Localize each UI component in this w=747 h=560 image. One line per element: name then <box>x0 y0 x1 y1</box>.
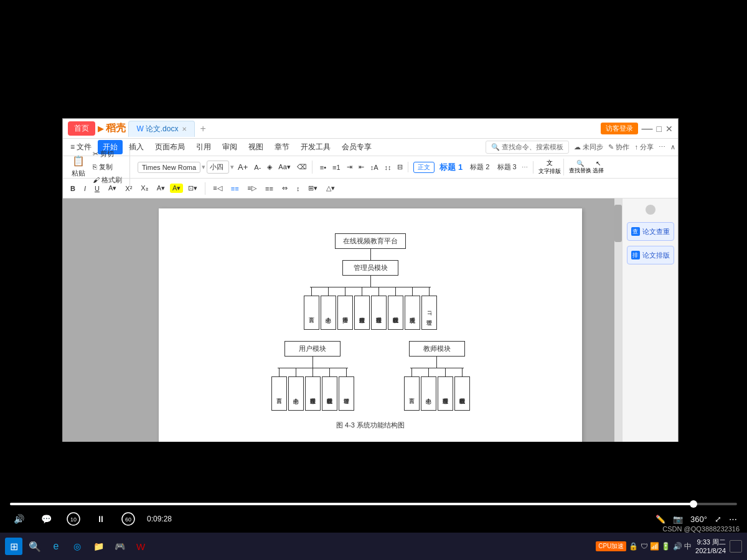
taskbar-search-btn[interactable]: 🔍 <box>26 538 44 555</box>
style-normal[interactable]: 正文 <box>413 162 435 173</box>
style-h2-btn[interactable]: 标题 2 <box>467 162 492 172</box>
indent-btn[interactable]: ⇥ <box>344 162 355 172</box>
progress-track[interactable] <box>10 503 737 505</box>
align-left-btn[interactable]: ≡◁ <box>209 183 225 194</box>
vr-btn[interactable]: 360° <box>690 515 707 524</box>
diagram-caption: 图 4-3 系统功能结构图 <box>336 421 405 430</box>
menu-devtools[interactable]: 开发工具 <box>296 140 336 154</box>
outdent-btn[interactable]: ⇤ <box>356 162 367 172</box>
right-panel: 查 论文查重 排 论文排版 <box>622 198 678 442</box>
text-format-btn[interactable]: 文 文字排版 <box>538 159 561 175</box>
right-panel-icon-cloud <box>646 205 655 215</box>
find-section: 🔍 查找替换 ↖ 选择 <box>566 160 606 175</box>
text-box-btn[interactable]: ⊡▾ <box>184 183 201 194</box>
show-desktop-btn[interactable] <box>730 540 742 553</box>
font-tools-btn[interactable]: ◈ <box>265 162 275 172</box>
volume-btn[interactable]: 🔊 <box>10 510 27 528</box>
windows-start-btn[interactable]: ⊞ <box>5 538 22 555</box>
draw-btn[interactable]: ✏️ <box>655 515 665 524</box>
size-selector[interactable]: 小四 <box>207 161 229 174</box>
style-h1-btn[interactable]: 标题 1 <box>437 161 465 174</box>
search-command-btn[interactable]: 🔍 查找命令、搜索模板 <box>486 141 569 154</box>
scrollbar-thumb[interactable] <box>614 205 622 242</box>
screen-capture-btn[interactable]: 📷 <box>673 515 683 524</box>
vertical-scrollbar[interactable] <box>614 198 622 442</box>
size-dropdown-icon[interactable]: ▾ <box>230 163 234 171</box>
cut-btn[interactable]: ✂ 剪切 <box>90 148 125 160</box>
collapse-btn[interactable]: ∧ <box>670 143 675 151</box>
clear-format-btn[interactable]: ⌫ <box>294 162 309 172</box>
highlight-btn[interactable]: A▾ <box>170 184 183 193</box>
paper-format-btn[interactable]: 排 论文排版 <box>627 246 674 264</box>
forward-btn[interactable]: 60 <box>120 510 137 528</box>
tab-daoketang[interactable]: ▶ 稻壳 <box>98 122 126 135</box>
paper-check-btn[interactable]: 查 论文查重 <box>627 222 674 241</box>
rewind-btn[interactable]: 10 <box>65 510 82 528</box>
fullscreen-btn[interactable]: ⤢ <box>715 515 721 524</box>
decrease-font-btn[interactable]: A- <box>251 162 263 172</box>
strikethrough-btn[interactable]: A▾ <box>105 183 120 194</box>
para-spacing-btn[interactable]: ↕ <box>293 184 304 194</box>
super-btn[interactable]: X² <box>121 184 136 194</box>
taskbar-edge-btn[interactable]: ◎ <box>68 538 86 555</box>
numbered-list-btn[interactable]: ≡1 <box>330 162 343 172</box>
minimize-icon[interactable]: — <box>642 122 653 135</box>
bold-btn[interactable]: B <box>67 184 79 194</box>
copy-btn[interactable]: ⎘ 复制 <box>90 161 125 173</box>
menu-view[interactable]: 视图 <box>243 140 268 154</box>
tab-doc-active[interactable]: W 论文.docx ✕ <box>128 121 195 137</box>
distribute-btn[interactable]: ⇔ <box>278 183 291 194</box>
border-btn[interactable]: ⊟ <box>395 162 405 172</box>
maximize-icon[interactable]: □ <box>657 124 662 134</box>
collab-btn[interactable]: ✎ 协作 <box>608 142 629 152</box>
paste-icon: 📋 <box>72 155 85 167</box>
increase-font-btn[interactable]: A+ <box>235 161 250 173</box>
menu-chapter[interactable]: 章节 <box>270 140 294 154</box>
font-dropdown-icon[interactable]: ▾ <box>202 163 205 171</box>
align-right-btn[interactable]: ≡▷ <box>244 183 260 194</box>
menu-vip[interactable]: 会员专享 <box>337 140 377 154</box>
share-btn[interactable]: ↑ 分享 <box>634 142 654 152</box>
menu-review[interactable]: 审阅 <box>217 140 242 154</box>
justify-btn[interactable]: ≡≡ <box>261 184 277 194</box>
taskbar-explorer-btn[interactable]: 📁 <box>90 538 107 555</box>
more-options-btn[interactable]: ⋯ <box>729 515 737 524</box>
sort-btn[interactable]: ↕A <box>368 162 381 172</box>
tab-close-icon[interactable]: ✕ <box>182 126 187 133</box>
style-h3-btn[interactable]: 标题 3 <box>495 162 519 172</box>
menu-right: 🔍 查找命令、搜索模板 ☁ 未同步 ✎ 协作 ↑ 分享 ⋯ ∧ <box>486 141 675 154</box>
menu-layout[interactable]: 页面布局 <box>150 140 190 154</box>
taskbar-game-btn[interactable]: 🎮 <box>111 538 128 555</box>
font-selector[interactable]: Times New Roma <box>138 162 200 173</box>
user-sub-row: 首页 个人中心 课程信息管理 <box>271 368 354 411</box>
underline-btn[interactable]: U <box>91 184 103 194</box>
v-conn <box>328 287 329 296</box>
italic-btn[interactable]: I <box>80 184 90 194</box>
style-more-btn[interactable]: ⋯ <box>522 164 528 170</box>
convert-case-btn[interactable]: Aa▾ <box>276 162 293 172</box>
select-btn[interactable]: ↖ 选择 <box>593 160 604 175</box>
admin-sub-teacher: 教师信息管理 <box>354 287 370 330</box>
admin-sub-sys: 系统管理 <box>405 287 420 330</box>
admin-sub-首页: 首页 <box>304 287 319 330</box>
close-icon[interactable]: ✕ <box>665 124 673 134</box>
taskbar-wps-btn[interactable]: W <box>132 538 149 555</box>
shape-btn[interactable]: △▾ <box>322 183 339 194</box>
taskbar-ie-btn[interactable]: e <box>47 538 65 555</box>
toolbar-row2: B I U A▾ X² X₂ A▾ A▾ ⊡▾ ≡◁ ≡≡ ≡▷ ≡≡ ⇔ ↕ … <box>63 179 678 198</box>
paste-btn[interactable]: 粘贴 <box>69 167 88 179</box>
line-spacing-btn[interactable]: ↕↕ <box>382 162 393 172</box>
pause-btn[interactable]: ⏸ <box>92 510 110 528</box>
more-btn[interactable]: ⋯ <box>659 143 665 151</box>
find-replace-btn[interactable]: 🔍 查找替换 <box>569 160 591 175</box>
table-btn[interactable]: ⊞▾ <box>304 183 321 194</box>
align-center-btn[interactable]: ≡≡ <box>227 184 243 194</box>
menu-ref[interactable]: 引用 <box>191 140 216 154</box>
font-color-btn[interactable]: A▾ <box>153 183 169 194</box>
tab-home[interactable]: 首页 <box>68 121 95 136</box>
bullet-list-btn[interactable]: ≡• <box>317 162 329 172</box>
sub-btn[interactable]: X₂ <box>137 183 151 194</box>
visitor-login-btn[interactable]: 访客登录 <box>601 123 638 134</box>
add-tab-btn[interactable]: + <box>195 123 210 134</box>
subtitles-btn[interactable]: 💬 <box>37 510 55 528</box>
